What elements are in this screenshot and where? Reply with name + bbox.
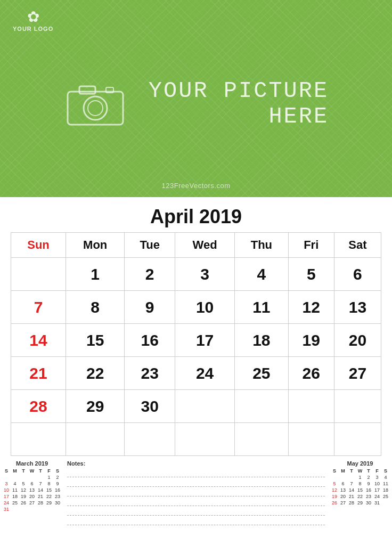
month-title: April 2019 <box>11 206 381 228</box>
table-row: 18 <box>11 493 19 500</box>
table-row <box>125 423 175 456</box>
top-section: ✿ YOUR LOGO YOUR PICTURE HERE 123FreeVec… <box>0 0 392 197</box>
table-row <box>36 506 45 512</box>
logo-icon: ✿ <box>27 10 39 25</box>
table-row <box>11 423 66 456</box>
table-row: 6 <box>334 258 381 291</box>
table-row: 15 <box>45 487 53 493</box>
table-row <box>36 474 45 480</box>
mini-may-header: T <box>347 468 356 474</box>
table-row: 3 <box>175 258 235 291</box>
table-row: 30 <box>125 390 175 423</box>
mini-may: May 2019 SMTWTFS 12345678910111213141516… <box>330 460 390 506</box>
table-row: 8 <box>66 291 124 324</box>
mini-march-title: March 2019 <box>2 460 62 467</box>
table-row <box>19 474 28 480</box>
header-fri: Fri <box>288 233 334 258</box>
logo-text: YOUR LOGO <box>13 26 53 32</box>
table-row: 17 <box>373 487 381 493</box>
table-row: 31 <box>2 506 11 512</box>
table-row: 10 <box>2 487 11 493</box>
table-row: 25 <box>381 493 390 500</box>
table-row <box>11 506 19 512</box>
table-row <box>175 390 235 423</box>
table-row: 17 <box>175 324 235 357</box>
table-row <box>235 390 288 423</box>
mini-may-header: S <box>330 468 339 474</box>
table-row: 17 <box>2 493 11 500</box>
logo-area: ✿ YOUR LOGO <box>13 10 53 32</box>
table-row: 23 <box>125 357 175 390</box>
table-row: 4 <box>11 480 19 487</box>
mini-may-header: T <box>364 468 373 474</box>
table-row <box>66 423 124 456</box>
table-row: 22 <box>66 357 124 390</box>
table-row: 1 <box>66 258 124 291</box>
table-row <box>330 474 339 480</box>
header-mon: Mon <box>66 233 124 258</box>
table-row: 2 <box>125 258 175 291</box>
svg-rect-1 <box>79 86 95 94</box>
table-row: 16 <box>53 487 62 493</box>
table-row: 19 <box>330 493 339 500</box>
table-row <box>347 474 356 480</box>
svg-point-4 <box>88 101 103 116</box>
table-row: 9 <box>125 291 175 324</box>
mini-may-title: May 2019 <box>330 460 390 467</box>
table-row: 27 <box>339 500 347 506</box>
table-row: 5 <box>19 480 28 487</box>
mini-row: March 2019 SMTWTFS 123456789101112131415… <box>0 460 392 526</box>
table-row: 10 <box>373 480 381 487</box>
table-row <box>45 506 53 512</box>
mini-may-header: W <box>356 468 364 474</box>
table-row: 20 <box>339 493 347 500</box>
table-row: 22 <box>356 493 364 500</box>
table-row: 11 <box>235 291 288 324</box>
notes-line <box>67 517 325 525</box>
table-row: 27 <box>28 500 36 506</box>
table-row: 5 <box>330 480 339 487</box>
table-row: 14 <box>11 324 66 357</box>
table-row: 24 <box>175 357 235 390</box>
table-row: 24 <box>373 493 381 500</box>
header-thu: Thu <box>235 233 288 258</box>
table-row: 13 <box>334 291 381 324</box>
table-row: 23 <box>53 493 62 500</box>
table-row: 4 <box>235 258 288 291</box>
table-row: 12 <box>288 291 334 324</box>
may-table: SMTWTFS 12345678910111213141516171819202… <box>330 468 390 506</box>
table-row: 4 <box>381 474 390 480</box>
header-sat: Sat <box>334 233 381 258</box>
table-row <box>28 474 36 480</box>
table-row: 25 <box>235 357 288 390</box>
notes-line <box>67 469 325 477</box>
table-row: 9 <box>364 480 373 487</box>
header-sun: Sun <box>11 233 66 258</box>
mini-may-header: S <box>381 468 390 474</box>
header-wed: Wed <box>175 233 235 258</box>
mini-march-header: M <box>11 468 19 474</box>
table-row <box>11 258 66 291</box>
table-row: 10 <box>175 291 235 324</box>
table-row <box>339 474 347 480</box>
table-row <box>28 506 36 512</box>
table-row: 7 <box>347 480 356 487</box>
table-row <box>288 390 334 423</box>
table-row: 8 <box>45 480 53 487</box>
header-tue: Tue <box>125 233 175 258</box>
table-row: 26 <box>19 500 28 506</box>
notes-line <box>67 488 325 496</box>
table-row: 2 <box>364 474 373 480</box>
table-row: 14 <box>347 487 356 493</box>
table-row: 15 <box>66 324 124 357</box>
svg-point-3 <box>84 96 107 120</box>
picture-area: YOUR PICTURE HERE <box>63 78 329 130</box>
table-row: 28 <box>11 390 66 423</box>
table-row <box>288 423 334 456</box>
table-row <box>334 390 381 423</box>
table-row: 7 <box>11 291 66 324</box>
mini-may-header: M <box>339 468 347 474</box>
notes-line <box>67 478 325 487</box>
table-row: 11 <box>11 487 19 493</box>
picture-text: YOUR PICTURE HERE <box>149 78 329 130</box>
